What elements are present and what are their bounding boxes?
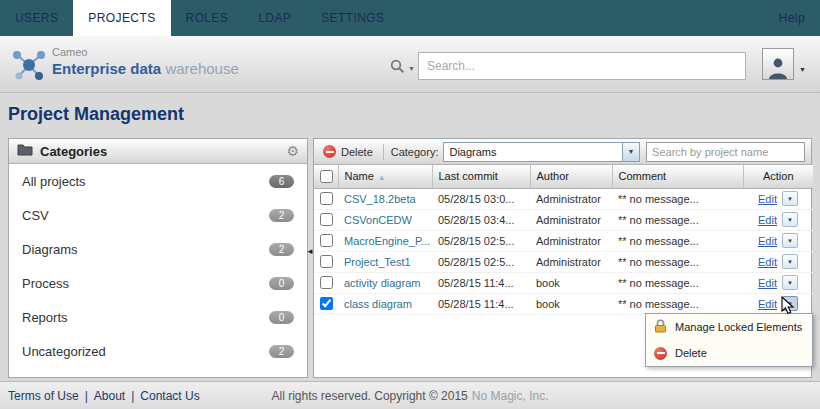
edit-link[interactable]: Edit [758,235,777,247]
author-cell: Administrator [530,230,612,251]
edit-link[interactable]: Edit [758,277,777,289]
global-search-input[interactable] [418,52,746,80]
row-actions-chevron-down-icon[interactable]: ▼ [782,296,798,311]
projects-table: Name▲ Last commit Author Comment Action … [314,165,813,315]
delete-button[interactable]: Delete [320,143,376,160]
edit-link[interactable]: Edit [758,298,777,310]
row-actions-chevron-down-icon[interactable]: ▼ [782,233,798,248]
tab-projects[interactable]: PROJECTS [73,0,170,36]
column-header-name[interactable]: Name▲ [338,165,432,188]
lock-icon [654,319,667,335]
last-commit-cell: 05/28/15 11:4... [432,293,530,314]
category-item-diagrams[interactable]: Diagrams 2 [9,232,307,266]
brand-text: Cameo Enterprise data warehouse [52,46,239,79]
table-row: Project_Test1 05/28/15 02:5... Administr… [314,251,813,272]
category-count-badge: 0 [269,277,294,290]
column-header-comment[interactable]: Comment [612,165,743,188]
comment-cell: ** no message... [612,209,743,230]
project-name-link[interactable]: Project_Test1 [344,256,411,268]
categories-header: Categories ⚙ [9,139,307,164]
column-header-action[interactable]: Action [743,165,813,188]
gear-icon[interactable]: ⚙ [286,144,299,158]
table-row-selected: class diagram 05/28/15 11:4... book ** n… [314,293,813,314]
last-commit-cell: 05/28/15 02:5... [432,230,530,251]
table-header-row: Name▲ Last commit Author Comment Action [314,165,813,188]
project-name-link[interactable]: CSV_18.2beta [344,193,416,205]
delete-icon [323,145,336,158]
category-filter-label: Category: [391,146,439,158]
row-checkbox[interactable] [320,213,333,226]
category-item-reports[interactable]: Reports 0 [9,300,307,334]
topbar-spacer [399,0,763,36]
edit-link[interactable]: Edit [758,214,777,226]
table-row: CSVonCEDW 05/28/15 03:4... Administrator… [314,209,813,230]
row-checkbox[interactable] [320,192,333,205]
category-item-process[interactable]: Process 0 [9,266,307,300]
top-menu-bar: USERS PROJECTS ROLES LDAP SETTINGS Help [0,0,820,36]
author-cell: Administrator [530,188,612,209]
help-link[interactable]: Help [764,0,820,36]
row-checkbox[interactable] [320,276,333,289]
row-checkbox[interactable] [320,234,333,247]
row-actions-chevron-down-icon[interactable]: ▼ [782,275,798,290]
brand-name: Cameo [52,46,239,60]
row-checkbox[interactable] [320,297,333,310]
avatar-chevron-down-icon[interactable]: ▼ [799,66,806,73]
category-label: CSV [22,208,49,223]
terms-of-use-link[interactable]: Terms of Use [8,389,79,403]
column-header-last-commit[interactable]: Last commit [432,165,530,188]
project-name-filter-input[interactable] [646,142,805,162]
menu-item-delete[interactable]: Delete [646,340,812,366]
user-avatar[interactable] [762,48,794,80]
project-name-link[interactable]: MacroEngine_P... [344,235,430,247]
copyright-statement: All rights reserved. Copyright © 2015 [272,389,468,403]
tab-roles[interactable]: ROLES [171,0,244,36]
comment-cell: ** no message... [612,230,743,251]
table-row: MacroEngine_P... 05/28/15 02:5... Admini… [314,230,813,251]
edit-link[interactable]: Edit [758,256,777,268]
footer: All rights reserved. Copyright © 2015 No… [0,381,820,409]
sort-asc-icon: ▲ [378,173,386,182]
tab-ldap[interactable]: LDAP [243,0,306,36]
last-commit-cell: 05/28/15 03:0... [432,188,530,209]
search-chevron-down-icon: ▼ [408,65,415,72]
category-select-chevron-down-icon[interactable]: ▼ [622,143,639,161]
delete-button-label: Delete [341,146,373,158]
category-select-value: Diagrams [444,146,622,158]
tab-users[interactable]: USERS [0,0,73,36]
brand-product-light: warehouse [161,60,239,77]
toolbar-separator [383,144,384,160]
project-name-link[interactable]: CSVonCEDW [344,214,412,226]
comment-cell: ** no message... [612,272,743,293]
projects-toolbar: Delete Category: Diagrams ▼ [314,139,811,165]
project-name-link[interactable]: class diagram [344,298,412,310]
about-link[interactable]: About [94,389,125,403]
category-label: Uncategorized [22,344,106,359]
category-item-uncategorized[interactable]: Uncategorized 2 [9,334,307,368]
author-cell: book [530,293,612,314]
category-select[interactable]: Diagrams ▼ [443,142,640,162]
category-item-csv[interactable]: CSV 2 [9,198,307,232]
menu-item-label: Delete [675,347,707,359]
search-scope-button[interactable]: ▼ [390,59,415,78]
select-all-checkbox[interactable] [320,170,333,183]
last-commit-cell: 05/28/15 11:4... [432,272,530,293]
author-cell: book [530,272,612,293]
category-label: Process [22,276,69,291]
project-name-link[interactable]: activity diagram [344,277,420,289]
contact-us-link[interactable]: Contact Us [140,389,199,403]
row-actions-chevron-down-icon[interactable]: ▼ [782,212,798,227]
column-header-author[interactable]: Author [530,165,612,188]
category-item-all-projects[interactable]: All projects 6 [9,164,307,198]
row-actions-chevron-down-icon[interactable]: ▼ [782,254,798,269]
category-label: Diagrams [22,242,78,257]
comment-cell: ** no message... [612,251,743,272]
menu-item-manage-locked-elements[interactable]: Manage Locked Elements [646,314,812,340]
category-label: All projects [22,174,86,189]
edit-link[interactable]: Edit [758,193,777,205]
categories-panel: Categories ⚙ All projects 6 CSV 2 Diagra… [8,138,308,378]
row-checkbox[interactable] [320,255,333,268]
row-actions-chevron-down-icon[interactable]: ▼ [782,191,798,206]
categories-title: Categories [40,144,286,159]
tab-settings[interactable]: SETTINGS [306,0,399,36]
